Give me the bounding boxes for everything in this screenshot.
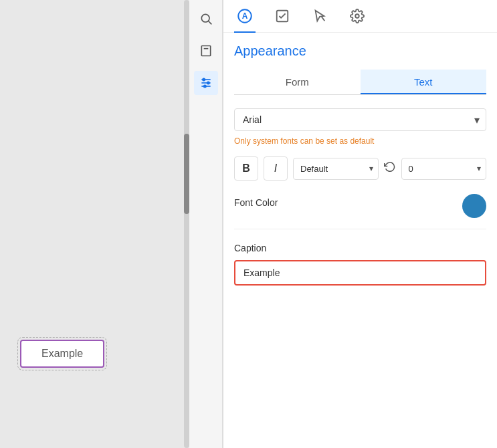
page-icon-btn[interactable]: [194, 39, 218, 63]
svg-rect-2: [201, 46, 210, 56]
search-icon-btn[interactable]: [194, 7, 218, 31]
bold-button[interactable]: B: [234, 156, 258, 181]
font-select-wrapper: Arial Times New Roman Helvetica Courier …: [234, 108, 486, 131]
right-panel: A Appearance: [223, 0, 497, 448]
font-select[interactable]: Arial Times New Roman Helvetica Courier …: [234, 108, 486, 131]
svg-point-9: [203, 85, 205, 87]
font-color-label: Font Color: [234, 197, 278, 208]
rotation-select[interactable]: 0 90 180 270: [401, 158, 487, 180]
italic-button[interactable]: I: [264, 156, 288, 181]
format-row: B I Default 8 9 10 12 14 16 18 24: [234, 156, 486, 181]
svg-line-13: [322, 17, 325, 21]
caption-label: Caption: [234, 243, 486, 253]
scroll-thumb[interactable]: [184, 134, 189, 214]
font-hint: Only system fonts can be set as default: [234, 136, 486, 146]
sub-tabs: Form Text: [234, 70, 486, 95]
panel-content: Appearance Form Text Arial Times New Rom…: [223, 33, 497, 448]
tab-cursor[interactable]: [309, 5, 330, 27]
panel-title: Appearance: [234, 43, 486, 59]
tab-settings[interactable]: [346, 5, 368, 27]
caption-input-wrapper: [234, 260, 486, 286]
sub-tab-form[interactable]: Form: [234, 70, 361, 94]
font-color-row: Font Color: [234, 194, 486, 229]
svg-line-1: [208, 21, 211, 25]
svg-point-14: [355, 14, 359, 18]
size-select-wrapper: Default 8 9 10 12 14 16 18 24: [293, 158, 379, 180]
scroll-track[interactable]: [184, 0, 189, 448]
font-color-swatch[interactable]: [462, 194, 486, 218]
icon-sidebar: [189, 0, 223, 448]
svg-point-8: [207, 82, 209, 84]
canvas-area: Example: [0, 0, 189, 448]
tab-check[interactable]: [272, 5, 293, 27]
caption-input[interactable]: [243, 267, 477, 278]
svg-point-7: [203, 78, 205, 80]
example-widget[interactable]: Example: [20, 340, 104, 368]
sliders-icon-btn[interactable]: [194, 71, 218, 95]
svg-text:A: A: [242, 11, 248, 21]
size-select[interactable]: Default 8 9 10 12 14 16 18 24: [293, 158, 379, 180]
sub-tab-text[interactable]: Text: [361, 70, 487, 94]
rotation-select-wrapper: 0 90 180 270: [401, 158, 487, 180]
svg-point-0: [201, 14, 209, 22]
tab-appearance[interactable]: A: [234, 5, 256, 27]
rotation-icon: [384, 161, 396, 177]
font-select-row: Arial Times New Roman Helvetica Courier …: [234, 108, 486, 131]
panel-top-tabs: A: [223, 0, 497, 33]
caption-section: Caption: [234, 243, 486, 286]
